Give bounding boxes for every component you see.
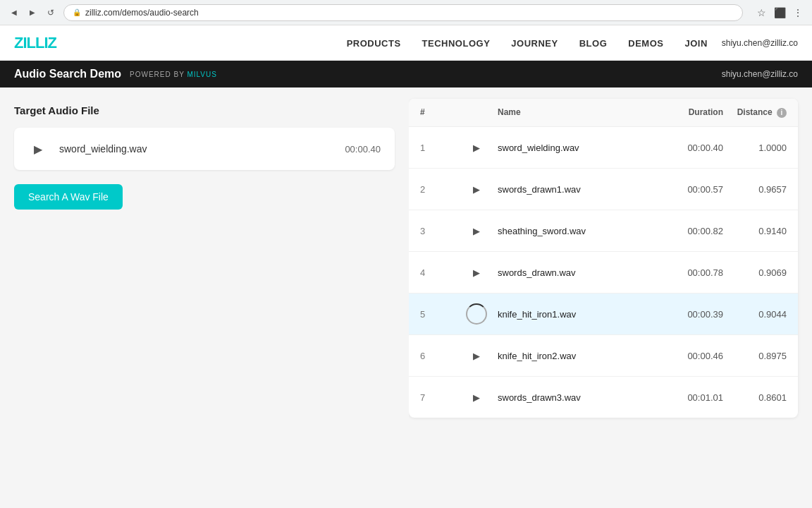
nav-blog[interactable]: BLOG bbox=[579, 38, 608, 49]
extension-button[interactable]: ⬛ bbox=[773, 6, 787, 20]
left-panel: Target Audio File ▶ sword_wielding.wav 0… bbox=[0, 87, 409, 508]
distance-info-icon[interactable]: i bbox=[777, 108, 787, 118]
row-number: 1 bbox=[420, 143, 455, 153]
table-header: # Name Duration Distance i bbox=[409, 99, 798, 127]
table-row: 7 ▶ swords_drawn3.wav 00:01.01 0.8601 bbox=[409, 377, 798, 418]
powered-badge: POWERED BY MILVUS bbox=[130, 71, 217, 78]
table-row-highlighted: 5 knife_hit_iron1.wav 00:00.39 0.9044 bbox=[409, 294, 798, 335]
row-filename: swords_drawn1.wav bbox=[498, 184, 653, 195]
col-name-header: Name bbox=[498, 107, 653, 118]
row-duration: 00:00.82 bbox=[653, 226, 723, 236]
section-title: Target Audio File bbox=[14, 104, 395, 116]
row-duration: 00:00.40 bbox=[653, 143, 723, 153]
browser-actions: ☆ ⬛ ⋮ bbox=[754, 6, 805, 20]
row-distance: 1.0000 bbox=[723, 143, 787, 153]
row-distance: 0.9069 bbox=[723, 267, 787, 278]
row-play-col: ▶ bbox=[455, 345, 498, 366]
row-filename: sheathing_sword.wav bbox=[498, 226, 653, 236]
back-button[interactable]: ◀ bbox=[7, 8, 21, 18]
row-filename: swords_drawn3.wav bbox=[498, 392, 653, 403]
row-filename: knife_hit_iron2.wav bbox=[498, 351, 653, 361]
row-play-col: ▶ bbox=[455, 220, 498, 241]
reload-button[interactable]: ↺ bbox=[44, 8, 58, 18]
url-text: zilliz.com/demos/audio-search bbox=[85, 8, 199, 18]
row-filename: swords_drawn.wav bbox=[498, 267, 653, 278]
table-row: 6 ▶ knife_hit_iron2.wav 00:00.46 0.8975 bbox=[409, 335, 798, 377]
star-button[interactable]: ☆ bbox=[754, 6, 768, 20]
demo-header-email: shiyu.chen@zilliz.co bbox=[722, 69, 798, 79]
user-email: shiyu.chen@zilliz.co bbox=[722, 38, 798, 48]
table-row: 3 ▶ sheathing_sword.wav 00:00.82 0.9140 bbox=[409, 210, 798, 252]
row-number: 5 bbox=[420, 309, 455, 320]
row-play-col bbox=[455, 303, 498, 325]
row-play-col: ▶ bbox=[455, 387, 498, 408]
url-bar[interactable]: 🔒 zilliz.com/demos/audio-search bbox=[63, 4, 743, 21]
browser-bar: ◀ ▶ ↺ 🔒 zilliz.com/demos/audio-search ☆ … bbox=[0, 0, 812, 25]
row-play-button[interactable]: ▶ bbox=[466, 387, 487, 408]
nav-join[interactable]: JOIN bbox=[684, 38, 707, 49]
milvus-label: MILVUS bbox=[187, 71, 217, 78]
demo-title: Audio Search Demo bbox=[14, 68, 121, 80]
row-play-col: ▶ bbox=[455, 262, 498, 283]
row-play-col: ▶ bbox=[455, 137, 498, 158]
nav-links: PRODUCTS TECHNOLOGY JOURNEY BLOG DEMOS J… bbox=[347, 37, 708, 49]
row-filename: sword_wielding.wav bbox=[498, 143, 653, 153]
logo-text: ZILLIZ bbox=[14, 34, 56, 52]
col-distance-header: Distance i bbox=[723, 107, 787, 118]
search-wav-button[interactable]: Search A Wav File bbox=[14, 184, 123, 210]
lock-icon: 🔒 bbox=[73, 8, 81, 16]
row-distance: 0.9044 bbox=[723, 309, 787, 320]
right-panel: # Name Duration Distance i 1 ▶ sword_wie… bbox=[409, 87, 812, 508]
row-distance: 0.9140 bbox=[723, 226, 787, 236]
nav-journey[interactable]: JOURNEY bbox=[511, 38, 558, 49]
nav-demos[interactable]: DEMOS bbox=[628, 38, 663, 49]
nav-products[interactable]: PRODUCTS bbox=[347, 38, 401, 49]
forward-button[interactable]: ▶ bbox=[25, 8, 39, 18]
row-number: 6 bbox=[420, 351, 455, 361]
audio-file-name: sword_wielding.wav bbox=[59, 143, 333, 155]
row-distance: 0.8975 bbox=[723, 351, 787, 361]
audio-play-button[interactable]: ▶ bbox=[28, 139, 48, 159]
row-number: 7 bbox=[420, 392, 455, 403]
row-play-button[interactable]: ▶ bbox=[466, 345, 487, 366]
row-number: 4 bbox=[420, 267, 455, 278]
row-play-button-loading[interactable] bbox=[466, 303, 487, 325]
navbar: ZILLIZ PRODUCTS TECHNOLOGY JOURNEY BLOG … bbox=[0, 25, 812, 61]
row-duration: 00:00.46 bbox=[653, 351, 723, 361]
browser-controls: ◀ ▶ ↺ bbox=[7, 8, 58, 18]
audio-file-card: ▶ sword_wielding.wav 00:00.40 bbox=[14, 128, 395, 170]
row-number: 3 bbox=[420, 226, 455, 236]
row-distance: 0.8601 bbox=[723, 392, 787, 403]
results-table: # Name Duration Distance i 1 ▶ sword_wie… bbox=[409, 99, 798, 418]
table-row: 4 ▶ swords_drawn.wav 00:00.78 0.9069 bbox=[409, 252, 798, 294]
row-duration: 00:00.39 bbox=[653, 309, 723, 320]
row-play-col: ▶ bbox=[455, 179, 498, 200]
row-duration: 00:00.78 bbox=[653, 267, 723, 278]
row-filename: knife_hit_iron1.wav bbox=[498, 309, 653, 320]
audio-file-duration: 00:00.40 bbox=[345, 144, 381, 155]
row-play-button[interactable]: ▶ bbox=[466, 220, 487, 241]
settings-button[interactable]: ⋮ bbox=[791, 6, 805, 20]
col-play-header bbox=[455, 107, 498, 118]
row-play-button[interactable]: ▶ bbox=[466, 262, 487, 283]
col-num-header: # bbox=[420, 107, 455, 118]
main-content: Target Audio File ▶ sword_wielding.wav 0… bbox=[0, 87, 812, 508]
table-row: 1 ▶ sword_wielding.wav 00:00.40 1.0000 bbox=[409, 127, 798, 169]
row-number: 2 bbox=[420, 184, 455, 195]
row-duration: 00:01.01 bbox=[653, 392, 723, 403]
col-duration-header: Duration bbox=[653, 107, 723, 118]
row-play-button[interactable]: ▶ bbox=[466, 179, 487, 200]
table-row: 2 ▶ swords_drawn1.wav 00:00.57 0.9657 bbox=[409, 169, 798, 210]
row-play-button[interactable]: ▶ bbox=[466, 137, 487, 158]
row-duration: 00:00.57 bbox=[653, 184, 723, 195]
logo: ZILLIZ bbox=[14, 34, 56, 52]
row-distance: 0.9657 bbox=[723, 184, 787, 195]
demo-header: Audio Search Demo POWERED BY MILVUS shiy… bbox=[0, 61, 812, 87]
nav-technology[interactable]: TECHNOLOGY bbox=[422, 38, 491, 49]
